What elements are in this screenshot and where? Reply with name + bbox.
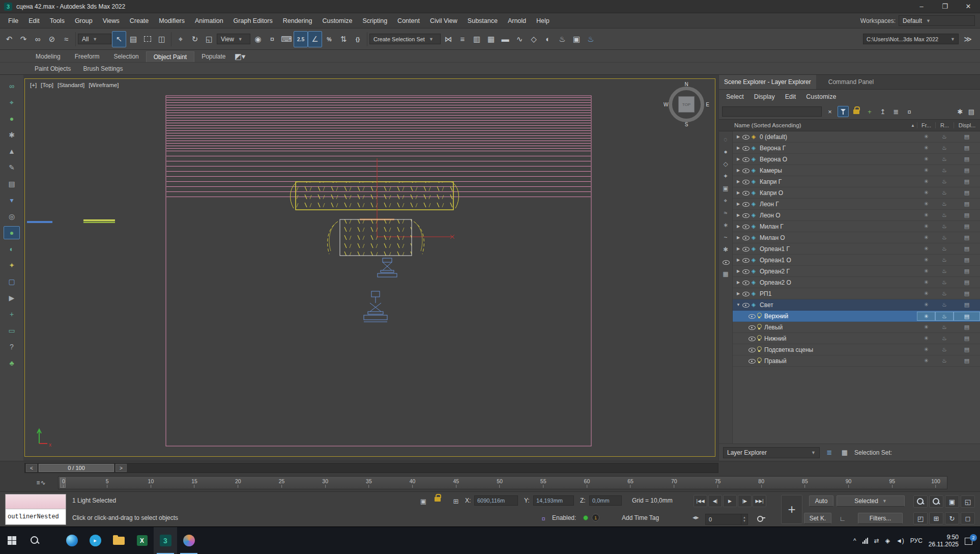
- frozen-icon[interactable]: ✳: [917, 268, 935, 274]
- list-tool-icon[interactable]: ▤: [4, 177, 20, 190]
- set-key-mode-button[interactable]: Set K.: [804, 513, 831, 524]
- go-end-icon[interactable]: ▶▶|: [753, 495, 766, 507]
- display-icon[interactable]: ▤: [954, 268, 980, 274]
- viewport-canvas[interactable]: x: [25, 79, 715, 456]
- filter-geometry-icon[interactable]: ●: [720, 147, 731, 157]
- viewport-general-menu[interactable]: [+]: [30, 82, 37, 88]
- redo-icon[interactable]: ↷: [16, 31, 31, 47]
- plus-tool-icon[interactable]: +: [4, 308, 20, 321]
- maximize-viewport-icon[interactable]: ◻: [961, 512, 975, 524]
- menu-file[interactable]: File: [3, 13, 23, 29]
- visibility-icon[interactable]: [742, 257, 750, 263]
- menu-content[interactable]: Content: [392, 13, 425, 29]
- expand-icon[interactable]: ▶: [735, 291, 742, 296]
- unlink-selection-icon[interactable]: ⊘: [45, 31, 59, 47]
- orbit-icon[interactable]: ↻: [945, 512, 959, 524]
- viewport-renderer-menu[interactable]: [Standard]: [57, 82, 84, 88]
- tree-tool-icon[interactable]: ♣: [4, 356, 20, 370]
- use-pivot-icon[interactable]: ◉: [251, 31, 265, 47]
- viewcube-top-face[interactable]: TOP: [678, 96, 695, 113]
- start-button[interactable]: [0, 527, 23, 554]
- frozen-icon[interactable]: ✳: [917, 290, 935, 297]
- display-icon[interactable]: ▤: [954, 245, 980, 252]
- spinner-arrows-icon[interactable]: ▲▼: [741, 514, 747, 524]
- display-icon[interactable]: ▤: [954, 279, 980, 286]
- prev-frame-icon[interactable]: ◀|: [708, 495, 722, 507]
- ribbon-toggle-icon[interactable]: ▬: [498, 31, 512, 47]
- time-slider-track[interactable]: < 0 / 100 >: [24, 463, 718, 473]
- frozen-icon[interactable]: ✳: [917, 245, 935, 252]
- renderable-icon[interactable]: ♨: [935, 357, 954, 364]
- filter-particles-icon[interactable]: ∗: [720, 220, 731, 230]
- set-key-icon[interactable]: [757, 515, 765, 520]
- ribbon-tab-populate[interactable]: Populate: [194, 51, 233, 62]
- panel-view-icon[interactable]: ▤: [966, 106, 977, 117]
- frozen-icon[interactable]: ✳: [917, 133, 935, 140]
- workspace-dropdown[interactable]: Default▼: [899, 15, 975, 26]
- renderable-icon[interactable]: ♨: [935, 167, 954, 174]
- vehicle-tool-icon[interactable]: ▭: [4, 324, 20, 337]
- visibility-icon[interactable]: [742, 189, 750, 196]
- filter-frozen-icon[interactable]: ✱: [720, 244, 731, 255]
- selection-filter-dropdown[interactable]: All▼: [78, 34, 111, 44]
- select-and-link-icon[interactable]: ∞: [31, 31, 45, 47]
- menu-graph-editors[interactable]: Graph Editors: [228, 13, 278, 29]
- select-object-icon[interactable]: ↖: [112, 31, 126, 47]
- frozen-icon[interactable]: ✳: [917, 357, 935, 364]
- macro-recorder-pane[interactable]: [6, 494, 66, 509]
- material-editor-icon[interactable]: ◐: [541, 31, 555, 47]
- offstage-object-yellow[interactable]: [83, 219, 115, 221]
- viewport-pov-menu[interactable]: [Top]: [41, 82, 53, 88]
- display-icon[interactable]: ▤: [954, 145, 980, 151]
- zoom-extents-icon[interactable]: ▣: [945, 495, 959, 508]
- column-name[interactable]: Name (Sorted Ascending): [734, 122, 801, 128]
- menu-modifiers[interactable]: Modifiers: [154, 13, 190, 29]
- column-frozen[interactable]: Fr...: [917, 122, 935, 128]
- expand-icon[interactable]: ▶: [735, 224, 742, 229]
- bind-to-space-warp-icon[interactable]: ≈: [59, 31, 73, 47]
- filter-helpers-icon[interactable]: ⌖: [720, 196, 731, 206]
- renderable-icon[interactable]: ♨: [935, 290, 954, 297]
- auto-key-button[interactable]: Auto: [809, 495, 833, 507]
- select-and-move-icon[interactable]: ⌖: [174, 31, 188, 47]
- display-icon[interactable]: ▤: [954, 324, 980, 330]
- taskbar-edge-icon[interactable]: [60, 527, 83, 554]
- explorer-menu-customize[interactable]: Customize: [801, 93, 841, 100]
- display-icon[interactable]: ▤: [954, 133, 980, 140]
- frozen-icon[interactable]: ✳: [917, 257, 935, 263]
- tab-scene-explorer[interactable]: Scene Explorer - Layer Explorer: [719, 75, 816, 89]
- display-icon[interactable]: ▤: [954, 312, 980, 321]
- zoom-icon[interactable]: [913, 495, 928, 508]
- network-activity-icon[interactable]: [862, 538, 868, 544]
- visibility-icon[interactable]: [742, 156, 750, 162]
- visibility-icon[interactable]: [748, 346, 756, 353]
- renderable-icon[interactable]: ♨: [935, 324, 954, 330]
- expand-icon[interactable]: ▶: [735, 146, 742, 150]
- display-icon[interactable]: ▤: [954, 212, 980, 218]
- ribbon-tab-selection[interactable]: Selection: [106, 51, 146, 62]
- minimize-icon[interactable]: –: [910, 0, 933, 13]
- z-coordinate-field[interactable]: 0,0mm: [589, 495, 622, 506]
- selection-lock-icon[interactable]: [435, 497, 441, 502]
- security-icon[interactable]: ◈: [885, 537, 890, 544]
- frozen-icon[interactable]: ✳: [917, 145, 935, 151]
- display-icon[interactable]: ▤: [954, 346, 980, 353]
- frozen-icon[interactable]: ✳: [917, 223, 935, 230]
- frozen-icon[interactable]: ✳: [917, 201, 935, 207]
- media-tool-icon[interactable]: ▶: [4, 291, 20, 304]
- visibility-icon[interactable]: [742, 268, 750, 274]
- frozen-icon[interactable]: ✳: [917, 156, 935, 162]
- align-icon[interactable]: ≡: [455, 31, 470, 47]
- renderable-icon[interactable]: ♨: [935, 133, 954, 140]
- select-by-name-icon[interactable]: ▤: [126, 31, 140, 47]
- expand-icon[interactable]: ▶: [735, 179, 742, 184]
- display-icon[interactable]: ▤: [954, 357, 980, 364]
- renderable-icon[interactable]: ♨: [935, 145, 954, 151]
- layer-explorer-toggle-icon[interactable]: ▦: [484, 31, 498, 47]
- filter-all-icon[interactable]: ◌: [720, 134, 731, 145]
- display-icon[interactable]: ▤: [954, 178, 980, 185]
- clock[interactable]: 9:50 26.11.2025: [929, 534, 959, 548]
- y-coordinate-field[interactable]: 14,193mm: [533, 495, 574, 506]
- visibility-icon[interactable]: [742, 234, 750, 241]
- renderable-icon[interactable]: ♨: [935, 223, 954, 230]
